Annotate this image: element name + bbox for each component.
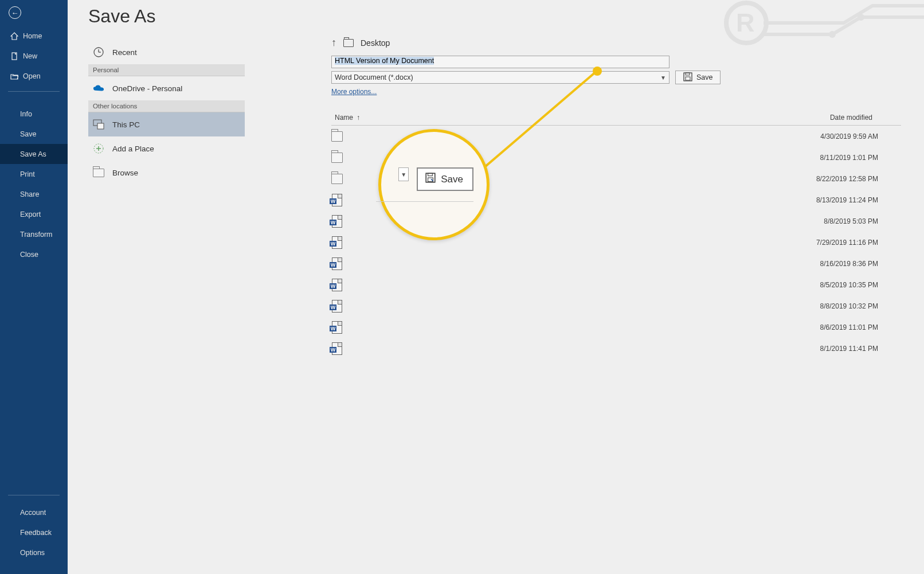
word-doc-icon bbox=[331, 194, 343, 206]
sidebar-item-info[interactable]: Info bbox=[0, 104, 68, 124]
sidebar-item-label: Share bbox=[20, 190, 39, 198]
filetype-value: Word Document (*.docx) bbox=[335, 73, 413, 81]
section-personal: Personal bbox=[88, 64, 245, 76]
home-icon bbox=[10, 32, 19, 41]
magnified-save-button: Save bbox=[417, 167, 473, 191]
back-button[interactable]: ← bbox=[9, 6, 21, 19]
location-label: Browse bbox=[112, 169, 138, 177]
sidebar-item-label: Home bbox=[23, 32, 42, 40]
svg-rect-11 bbox=[686, 77, 690, 80]
new-icon bbox=[10, 52, 19, 61]
sidebar-item-label: Info bbox=[20, 110, 32, 118]
back-arrow-icon: ← bbox=[11, 9, 19, 17]
word-doc-icon bbox=[331, 322, 343, 333]
sidebar-item-save-as[interactable]: Save As bbox=[0, 144, 68, 164]
file-date: 8/6/2019 11:01 PM bbox=[820, 323, 878, 331]
sidebar-item-transform[interactable]: Transform bbox=[0, 224, 68, 244]
word-doc-icon bbox=[331, 300, 343, 312]
sidebar-item-options[interactable]: Options bbox=[0, 542, 68, 563]
save-button[interactable]: Save bbox=[675, 71, 721, 84]
sidebar-item-export[interactable]: Export bbox=[0, 204, 68, 224]
file-date: 7/29/2019 11:16 PM bbox=[816, 239, 878, 247]
word-doc-icon bbox=[331, 279, 343, 291]
sidebar-item-label: Options bbox=[20, 549, 45, 557]
sidebar: ← HomeNewOpen InfoSaveSave AsPrintShareE… bbox=[0, 0, 68, 574]
filetype-dropdown[interactable]: Word Document (*.docx) ▼ bbox=[331, 71, 669, 84]
location-label: Recent bbox=[112, 48, 137, 57]
sidebar-item-feedback[interactable]: Feedback bbox=[0, 522, 68, 542]
save-icon bbox=[425, 172, 436, 186]
file-date: 4/30/2019 9:59 AM bbox=[820, 132, 878, 140]
sidebar-item-label: Save As bbox=[20, 150, 46, 158]
save-icon bbox=[683, 72, 693, 84]
sidebar-item-print[interactable]: Print bbox=[0, 164, 68, 184]
location-onedrive[interactable]: OneDrive - Personal bbox=[88, 76, 245, 100]
browse-icon bbox=[93, 167, 104, 178]
file-date: 8/16/2019 8:36 PM bbox=[820, 260, 878, 268]
locations-panel: Recent Personal OneDrive - Personal Othe… bbox=[88, 40, 245, 185]
file-date: 8/11/2019 1:01 PM bbox=[820, 154, 878, 162]
word-doc-icon bbox=[331, 237, 343, 248]
file-row[interactable]: 8/6/2019 11:01 PM bbox=[331, 317, 901, 338]
file-date: 8/5/2019 10:35 PM bbox=[820, 281, 878, 289]
location-this-pc[interactable]: This PC bbox=[88, 112, 245, 136]
location-recent[interactable]: Recent bbox=[88, 40, 245, 64]
sidebar-item-label: New bbox=[23, 52, 37, 60]
sidebar-item-share[interactable]: Share bbox=[0, 184, 68, 204]
column-name: Name bbox=[335, 114, 353, 122]
folder-icon bbox=[331, 131, 343, 142]
list-header[interactable]: Name ↑ Date modified bbox=[331, 114, 901, 126]
filename-input[interactable]: HTML Version of My Document bbox=[331, 56, 669, 68]
sidebar-item-label: Feedback bbox=[20, 529, 52, 537]
file-date: 8/1/2019 11:41 PM bbox=[820, 345, 878, 353]
location-browse[interactable]: Browse bbox=[88, 161, 245, 185]
file-row[interactable]: 8/5/2019 10:35 PM bbox=[331, 274, 901, 295]
magnifier-callout: ▼ Save bbox=[378, 129, 490, 240]
magnified-save-label: Save bbox=[441, 174, 463, 185]
breadcrumb-folder[interactable]: Desktop bbox=[361, 38, 390, 48]
location-label: This PC bbox=[112, 120, 140, 129]
folder-icon bbox=[331, 173, 343, 185]
file-row[interactable]: 8/16/2019 8:36 PM bbox=[331, 253, 901, 274]
section-other: Other locations bbox=[88, 100, 245, 112]
up-arrow-icon[interactable]: ↑ bbox=[331, 37, 336, 49]
column-date: Date modified bbox=[830, 114, 872, 122]
sidebar-item-open[interactable]: Open bbox=[0, 66, 68, 86]
location-label: OneDrive - Personal bbox=[112, 84, 182, 93]
chevron-down-icon: ▼ bbox=[660, 75, 666, 81]
location-label: Add a Place bbox=[112, 145, 154, 153]
clock-icon bbox=[93, 46, 104, 58]
folder-icon bbox=[331, 152, 343, 163]
sidebar-item-close[interactable]: Close bbox=[0, 244, 68, 264]
sidebar-item-home[interactable]: Home bbox=[0, 26, 68, 46]
page-title: Save As bbox=[68, 0, 924, 27]
sidebar-item-account[interactable]: Account bbox=[0, 502, 68, 522]
sidebar-divider-bottom bbox=[8, 495, 60, 495]
main-area: Save As Recent Personal OneDrive - Perso… bbox=[68, 0, 924, 574]
word-doc-icon bbox=[331, 258, 343, 270]
sidebar-item-label: Account bbox=[20, 509, 46, 517]
sidebar-divider bbox=[8, 91, 60, 92]
dropdown-fragment: ▼ bbox=[398, 167, 409, 181]
file-row[interactable]: 8/1/2019 11:41 PM bbox=[331, 338, 901, 359]
file-date: 8/8/2019 10:32 PM bbox=[820, 302, 878, 310]
pc-icon bbox=[93, 119, 104, 130]
sort-arrow-icon: ↑ bbox=[357, 114, 360, 122]
open-icon bbox=[10, 72, 19, 81]
word-doc-icon bbox=[331, 216, 343, 227]
sidebar-item-label: Transform bbox=[20, 231, 53, 239]
folder-icon bbox=[343, 39, 354, 47]
sidebar-item-new[interactable]: New bbox=[0, 46, 68, 66]
file-date: 8/8/2019 5:03 PM bbox=[824, 217, 878, 225]
file-row[interactable]: 8/8/2019 10:32 PM bbox=[331, 295, 901, 317]
file-date: 8/22/2019 12:58 PM bbox=[816, 175, 878, 183]
sidebar-item-label: Open bbox=[23, 72, 41, 80]
more-options-link[interactable]: More options... bbox=[331, 88, 377, 96]
sidebar-item-label: Print bbox=[20, 170, 35, 178]
file-date: 8/13/2019 11:24 PM bbox=[816, 196, 878, 204]
sidebar-item-save[interactable]: Save bbox=[0, 124, 68, 144]
svg-rect-5 bbox=[97, 123, 104, 129]
callout-dot bbox=[593, 67, 602, 76]
word-doc-icon bbox=[331, 343, 343, 354]
location-add-place[interactable]: Add a Place bbox=[88, 136, 245, 161]
